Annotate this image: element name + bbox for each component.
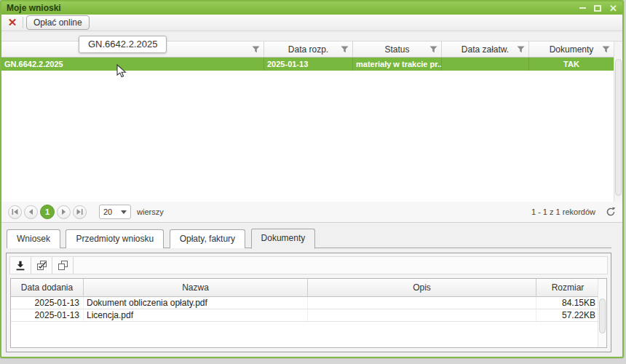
download-icon	[15, 261, 25, 271]
cell-description[interactable]	[308, 309, 536, 321]
tab-oplaty-faktury[interactable]: Opłaty, faktury	[170, 229, 245, 248]
tab-wniosek[interactable]: Wniosek	[7, 229, 60, 248]
pagination-bar: 1 20 wierszy 1 - 1 z 1 rekordów	[1, 202, 622, 223]
cell-size[interactable]: 84.15KB	[536, 297, 599, 309]
titlebar: Moje wnioski ✕	[1, 1, 622, 15]
copy-icon	[58, 260, 68, 271]
last-page-button[interactable]	[73, 205, 87, 219]
select-all-button[interactable]	[31, 257, 52, 274]
documents-toolbar	[9, 256, 608, 274]
column-header-start-date[interactable]: Data rozp.	[264, 41, 353, 57]
grid-scrollbar[interactable]	[614, 41, 622, 202]
rows-label: wierszy	[137, 207, 164, 216]
cell-name[interactable]: Dokument obliczenia opłaty.pdf	[84, 297, 308, 309]
next-page-button[interactable]	[57, 205, 71, 219]
filter-icon[interactable]	[602, 46, 610, 53]
column-label: Status	[384, 44, 409, 55]
main-toolbar: ✕ Opłać online	[1, 15, 622, 31]
window-title: Moje wnioski	[7, 3, 61, 13]
grid-scrollbar-thumb[interactable]	[615, 59, 622, 196]
page-size-select[interactable]: 20	[99, 205, 131, 219]
documents-scrollbar-thumb[interactable]	[599, 298, 606, 333]
table-row-selected[interactable]: GN.6642.2.2025 2025-01-13 materiały w tr…	[1, 58, 614, 71]
cell-date-added[interactable]: 2025-01-13	[11, 297, 84, 309]
detail-tabs: Wniosek Przedmioty wniosku Opłaty, faktu…	[7, 229, 611, 248]
refresh-icon[interactable]	[606, 207, 616, 217]
documents-panel: Data dodania Nazwa Opis Rozmiar 2025-01-…	[6, 253, 611, 352]
column-header-date-added[interactable]: Data dodania	[11, 279, 84, 296]
window-controls: ✕	[579, 4, 617, 12]
app-window: Moje wnioski ✕ ✕ Opłać online Data rozp.…	[0, 0, 624, 358]
documents-table-header: Data dodania Nazwa Opis Rozmiar	[11, 279, 598, 297]
tab-przedmioty-wniosku[interactable]: Przedmioty wniosku	[66, 229, 164, 248]
select-all-icon	[36, 260, 47, 271]
cell-description[interactable]	[308, 297, 536, 309]
pay-online-button[interactable]: Opłać online	[26, 15, 90, 30]
table-row[interactable]: 2025-01-13 Licencja.pdf 57.22KB	[11, 309, 598, 322]
column-label: Data załatw.	[461, 44, 509, 55]
cell-date-added[interactable]: 2025-01-13	[11, 309, 84, 321]
current-page-button[interactable]: 1	[40, 205, 55, 219]
cell-start-date[interactable]: 2025-01-13	[264, 58, 353, 71]
cancel-request-icon[interactable]: ✕	[5, 16, 20, 29]
cell-status[interactable]: materiały w trakcie pr...	[353, 58, 442, 71]
documents-table: Data dodania Nazwa Opis Rozmiar 2025-01-…	[10, 278, 607, 348]
tooltip: GN.6642.2.2025	[79, 36, 167, 53]
column-header-size[interactable]: Rozmiar	[536, 279, 599, 296]
close-icon[interactable]: ✕	[609, 4, 617, 12]
records-summary: 1 - 1 z 1 rekordów	[531, 207, 595, 216]
minimize-icon[interactable]	[579, 7, 586, 9]
documents-scrollbar[interactable]	[598, 279, 606, 347]
download-button[interactable]	[10, 257, 31, 274]
cell-size[interactable]: 57.22KB	[536, 309, 599, 321]
column-label: Dokumenty	[550, 44, 594, 55]
column-header-name[interactable]: Nazwa	[84, 279, 308, 296]
first-page-button[interactable]	[8, 205, 22, 219]
tab-dokumenty[interactable]: Dokumenty	[251, 229, 316, 249]
column-header-settle-date[interactable]: Data załatw.	[442, 41, 529, 57]
column-header-description[interactable]: Opis	[308, 279, 536, 296]
maximize-icon[interactable]	[594, 5, 601, 12]
filter-icon[interactable]	[252, 46, 260, 53]
cell-settle-date[interactable]	[442, 58, 529, 71]
cell-case-number[interactable]: GN.6642.2.2025	[1, 58, 264, 71]
toolbar-separator	[23, 17, 23, 28]
filter-icon[interactable]	[517, 46, 525, 53]
cell-documents[interactable]: TAK	[529, 58, 614, 71]
page-size-value: 20	[103, 207, 112, 216]
filter-icon[interactable]	[341, 46, 349, 53]
previous-page-button[interactable]	[24, 205, 38, 219]
column-label: Data rozp.	[288, 44, 328, 55]
column-header-status[interactable]: Status	[353, 41, 442, 57]
requests-grid: Data rozp. Status Data załatw. Dokumenty…	[1, 41, 622, 202]
column-header-documents[interactable]: Dokumenty	[529, 41, 614, 57]
filter-icon[interactable]	[429, 46, 437, 53]
mouse-cursor	[116, 64, 129, 78]
copy-button[interactable]	[52, 257, 74, 274]
cell-name[interactable]: Licencja.pdf	[84, 309, 308, 321]
chevron-down-icon	[121, 210, 127, 214]
table-row[interactable]: 2025-01-13 Dokument obliczenia opłaty.pd…	[11, 297, 598, 309]
